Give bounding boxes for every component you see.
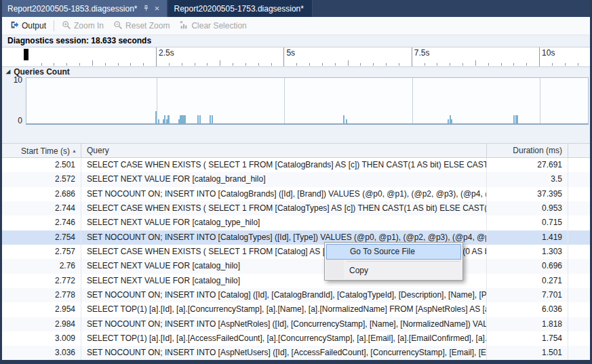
ruler-tick	[462, 63, 463, 66]
output-button[interactable]: Output	[5, 18, 51, 33]
document-tab-1[interactable]: Report20200505-1853.diagsession*✕	[2, 0, 167, 17]
ruler-label: 2.5s	[159, 48, 174, 58]
cell-filler	[568, 302, 590, 317]
tab-label: Report20200505-1853.diagsession*	[7, 4, 137, 14]
y-axis-max-label: 10	[3, 75, 22, 85]
cell-duration: 1.501	[487, 346, 568, 360]
table-row[interactable]: 2.757SELECT CASE WHEN EXISTS ( SELECT 1 …	[2, 245, 590, 259]
ruler-tick	[245, 63, 246, 66]
cell-duration: 1.303	[487, 245, 568, 259]
cell-filler	[568, 274, 590, 288]
ruler-major-tick	[412, 47, 412, 66]
table-row[interactable]: 2.746SELECT NEXT VALUE FOR [catalog_type…	[2, 216, 590, 230]
table-row[interactable]: 3.009SELECT TOP(1) [a].[Id], [a].[Access…	[2, 331, 590, 346]
toolbar-separator	[54, 20, 54, 31]
ruler-tick	[92, 60, 93, 66]
cell-start-time: 2.744	[2, 201, 81, 216]
cell-filler	[568, 331, 590, 346]
toolbar: OutputZoom InReset ZoomClear Selection	[2, 17, 590, 35]
cell-start-time: 2.757	[2, 245, 81, 259]
chart-bar	[199, 115, 201, 123]
zoom-in-button: Zoom In	[57, 18, 108, 34]
chart-bar	[210, 115, 211, 123]
ruler-major-tick	[156, 47, 157, 66]
cell-start-time: 2.686	[2, 187, 81, 201]
ruler-tick	[488, 63, 489, 66]
tool-btn-label: Clear Selection	[191, 21, 246, 31]
cell-duration: 1.818	[487, 317, 568, 331]
column-header-query[interactable]: Query	[81, 144, 487, 157]
table-header-row: Start Time (s)▲ Query Duration (ms)	[2, 143, 590, 158]
table-row[interactable]: 2.744SELECT CASE WHEN EXISTS ( SELECT 1 …	[2, 201, 590, 216]
timeline-ruler[interactable]: 2.5s5s7.5s10s	[2, 47, 590, 67]
cell-query: SET NOCOUNT ON; INSERT INTO [AspNetRoles…	[81, 317, 487, 331]
chart-gridline	[157, 78, 157, 123]
cell-filler	[568, 245, 590, 259]
cell-filler	[568, 288, 590, 302]
ruler-tick	[526, 63, 527, 66]
ruler-tick	[207, 63, 208, 66]
zoom-in-icon	[62, 20, 71, 32]
table-row[interactable]: 2.572SELECT NEXT VALUE FOR [catalog_bran…	[2, 172, 590, 186]
chart-bar	[197, 115, 199, 123]
table-row[interactable]: 3.036SET NOCOUNT ON; INSERT INTO [AspNet…	[2, 346, 590, 360]
ruler-tick	[437, 63, 437, 66]
table-body: 2.501SELECT CASE WHEN EXISTS ( SELECT 1 …	[2, 158, 590, 360]
tool-btn-label: Output	[22, 21, 46, 31]
table-row[interactable]: 2.754SET NOCOUNT ON; INSERT INTO [Catalo…	[2, 230, 590, 245]
column-header-filler	[568, 144, 590, 157]
cell-start-time: 2.984	[2, 317, 81, 331]
tool-btn-label: Zoom In	[74, 21, 104, 31]
table-row[interactable]: 2.778SET NOCOUNT ON; INSERT INTO [Catalo…	[2, 288, 590, 302]
chart-bar	[158, 119, 159, 123]
cell-duration: 37.395	[487, 187, 568, 201]
context-menu: Go To Source FileCopy	[324, 242, 463, 281]
chart-bar	[451, 119, 452, 123]
cell-start-time: 2.76	[2, 259, 81, 273]
session-status-label: Diagnostics session: 18.633 seconds	[2, 35, 590, 47]
chart-plot-area[interactable]	[26, 77, 589, 125]
document-tab-2[interactable]: Report20200505-1753.diagsession*	[168, 0, 312, 17]
chart-bar	[346, 119, 347, 123]
table-row[interactable]: 2.686SET NOCOUNT ON; INSERT INTO [Catalo…	[2, 187, 590, 201]
cell-duration: 1.419	[487, 230, 568, 245]
queries-count-chart[interactable]: 10 0	[2, 77, 590, 129]
timeline-position-marker[interactable]	[24, 49, 28, 60]
ruler-label: 10s	[542, 48, 555, 58]
ruler-tick	[552, 63, 553, 66]
table-row[interactable]: 2.76SELECT NEXT VALUE FOR [catalog_hilo]…	[2, 259, 590, 273]
queries-count-header[interactable]: ◢ Queries Count	[2, 67, 590, 77]
chart-bar	[184, 115, 186, 123]
table-row[interactable]: 2.984SET NOCOUNT ON; INSERT INTO [AspNet…	[2, 317, 590, 331]
menu-item-go-to-source-file[interactable]: Go To Source File	[326, 244, 461, 260]
cell-query: SET NOCOUNT ON; INSERT INTO [CatalogBran…	[81, 187, 487, 201]
column-header-duration[interactable]: Duration (ms)	[487, 144, 568, 157]
ruler-tick	[450, 63, 450, 66]
cell-filler	[568, 216, 590, 230]
ruler-tick	[130, 63, 131, 66]
chart-gridline	[284, 78, 285, 123]
menu-item-copy[interactable]: Copy	[325, 263, 462, 279]
close-icon[interactable]: ✕	[152, 4, 161, 14]
tab-label: Report20200505-1753.diagsession*	[174, 4, 303, 14]
cell-query: SET NOCOUNT ON; INSERT INTO [Catalog] ([…	[81, 288, 487, 302]
cell-start-time: 2.778	[2, 288, 81, 302]
cell-start-time: 2.954	[2, 302, 81, 317]
reset-zoom-button: Reset Zoom	[108, 18, 174, 34]
column-header-start-time[interactable]: Start Time (s)▲	[2, 144, 81, 157]
cell-query: SELECT NEXT VALUE FOR [catalog_type_hilo…	[81, 216, 487, 230]
queries-table: Start Time (s)▲ Query Duration (ms) 2.50…	[2, 143, 590, 360]
ruler-tick	[195, 63, 195, 66]
table-row[interactable]: 2.954SELECT TOP(1) [a].[Id], [a].[Concur…	[2, 302, 590, 317]
cell-filler	[568, 259, 590, 273]
ruler-tick	[169, 63, 170, 66]
ruler-tick	[143, 63, 144, 66]
cell-start-time: 3.009	[2, 331, 81, 346]
ruler-tick	[258, 63, 259, 66]
cell-start-time: 2.754	[2, 230, 81, 245]
table-row[interactable]: 2.501SELECT CASE WHEN EXISTS ( SELECT 1 …	[2, 158, 590, 172]
pin-icon[interactable]	[141, 4, 151, 14]
table-row[interactable]: 2.772SELECT NEXT VALUE FOR [catalog_hilo…	[2, 274, 590, 288]
cell-query: SELECT CASE WHEN EXISTS ( SELECT 1 FROM …	[81, 158, 487, 172]
cell-filler	[568, 158, 590, 172]
